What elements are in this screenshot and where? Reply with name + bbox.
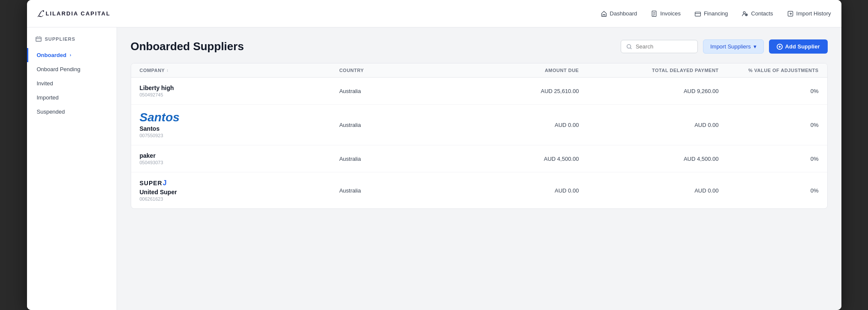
super-logo: SUPERJ — [140, 179, 339, 187]
santos-logo: Santos — [140, 111, 339, 123]
svg-point-6 — [627, 44, 631, 48]
chevron-down-icon: ▾ — [754, 43, 757, 50]
logo-text: LILARDIA CAPITAL — [46, 10, 111, 17]
company-name: United Super — [140, 189, 339, 196]
chevron-right-icon: › — [70, 53, 71, 57]
header-actions: Import Suppliers ▾ Add Supplier — [621, 39, 828, 54]
adjustments-cell: 0% — [719, 88, 819, 94]
total-delayed-cell: AUD 4,500.00 — [579, 156, 718, 162]
nav-links: Dashboard Invoices Financing Contacts Im… — [601, 10, 831, 17]
search-icon — [626, 44, 632, 50]
company-id: 006261623 — [140, 196, 339, 202]
th-company: COMPANY ↕ — [140, 68, 339, 73]
sidebar-item-invited[interactable]: Invited — [27, 76, 117, 90]
company-name: Santos — [140, 125, 339, 132]
company-name: paker — [140, 152, 339, 159]
svg-rect-1 — [695, 12, 701, 16]
adjustments-cell: 0% — [719, 122, 819, 128]
amount-due-cell: AUD 25,610.00 — [459, 88, 579, 94]
th-amount-due: AMOUNT DUE — [459, 68, 579, 73]
country-cell: Australia — [339, 122, 459, 128]
total-delayed-cell: AUD 0.00 — [579, 122, 718, 128]
company-cell: paker 050493073 — [140, 152, 339, 165]
table-row[interactable]: SUPERJ United Super 006261623 Australia … — [131, 172, 827, 208]
search-input[interactable] — [636, 43, 692, 50]
company-cell: SUPERJ United Super 006261623 — [140, 179, 339, 202]
nav-link-dashboard[interactable]: Dashboard — [601, 10, 637, 17]
logo-icon: 𝓛 — [37, 8, 42, 19]
table-header: COMPANY ↕ COUNTRY AMOUNT DUE TOTAL DELAY… — [131, 63, 827, 78]
nav-link-invoices[interactable]: Invoices — [651, 10, 681, 17]
top-nav: 𝓛 LILARDIA CAPITAL Dashboard Invoices Fi… — [27, 0, 841, 27]
home-icon — [601, 10, 607, 17]
add-supplier-button[interactable]: Add Supplier — [769, 39, 828, 54]
th-country: COUNTRY — [339, 68, 459, 73]
nav-link-import-history[interactable]: Import History — [787, 10, 831, 17]
import-icon — [787, 10, 794, 17]
table-row[interactable]: Santos Santos 007550923 Australia AUD 0.… — [131, 105, 827, 145]
amount-due-cell: AUD 4,500.00 — [459, 156, 579, 162]
country-cell: Australia — [339, 156, 459, 162]
total-delayed-cell: AUD 0.00 — [579, 187, 718, 194]
sidebar: SUPPLIERS Onboarded › Onboard Pending In… — [27, 27, 117, 310]
company-id: 007550923 — [140, 133, 339, 138]
company-name: Liberty high — [140, 84, 339, 91]
table-row[interactable]: Liberty high 050492745 Australia AUD 25,… — [131, 78, 827, 105]
total-delayed-cell: AUD 9,260.00 — [579, 88, 718, 94]
amount-due-cell: AUD 0.00 — [459, 122, 579, 128]
sidebar-item-suspended[interactable]: Suspended — [27, 105, 117, 119]
search-box[interactable] — [621, 40, 698, 53]
logo-area: 𝓛 LILARDIA CAPITAL — [37, 8, 601, 19]
svg-rect-5 — [36, 37, 41, 42]
file-icon — [651, 10, 658, 17]
adjustments-cell: 0% — [719, 187, 819, 194]
main-content: Onboarded Suppliers Import Suppliers ▾ A… — [117, 27, 841, 310]
nav-link-financing[interactable]: Financing — [694, 10, 728, 17]
svg-point-2 — [743, 12, 745, 14]
suppliers-icon — [36, 36, 42, 42]
th-adjustments: % VALUE OF ADJUSTMENTS — [719, 68, 819, 73]
sidebar-item-onboarded[interactable]: Onboarded › — [27, 48, 117, 62]
plus-circle-icon — [777, 44, 783, 50]
contacts-icon — [742, 10, 748, 17]
amount-due-cell: AUD 0.00 — [459, 187, 579, 194]
company-id: 050492745 — [140, 92, 339, 97]
import-suppliers-button[interactable]: Import Suppliers ▾ — [703, 39, 764, 54]
suppliers-table: COMPANY ↕ COUNTRY AMOUNT DUE TOTAL DELAY… — [131, 63, 828, 209]
nav-link-contacts[interactable]: Contacts — [742, 10, 773, 17]
sidebar-item-onboard-pending[interactable]: Onboard Pending — [27, 62, 117, 76]
country-cell: Australia — [339, 88, 459, 94]
browser-window: 𝓛 LILARDIA CAPITAL Dashboard Invoices Fi… — [27, 0, 841, 310]
sidebar-section-label: SUPPLIERS — [27, 36, 117, 48]
adjustments-cell: 0% — [719, 156, 819, 162]
company-cell: Liberty high 050492745 — [140, 84, 339, 97]
company-id: 050493073 — [140, 160, 339, 165]
page-title: Onboarded Suppliers — [131, 40, 621, 53]
country-cell: Australia — [339, 187, 459, 194]
sidebar-item-imported[interactable]: Imported — [27, 90, 117, 105]
th-total-delayed: TOTAL DELAYED PAYMENT — [579, 68, 718, 73]
sort-icon: ↕ — [166, 68, 168, 72]
company-cell: Santos Santos 007550923 — [140, 111, 339, 138]
card-icon — [694, 10, 701, 17]
content-header: Onboarded Suppliers Import Suppliers ▾ A… — [131, 39, 828, 54]
main-layout: SUPPLIERS Onboarded › Onboard Pending In… — [27, 27, 841, 310]
table-row[interactable]: paker 050493073 Australia AUD 4,500.00 A… — [131, 145, 827, 172]
